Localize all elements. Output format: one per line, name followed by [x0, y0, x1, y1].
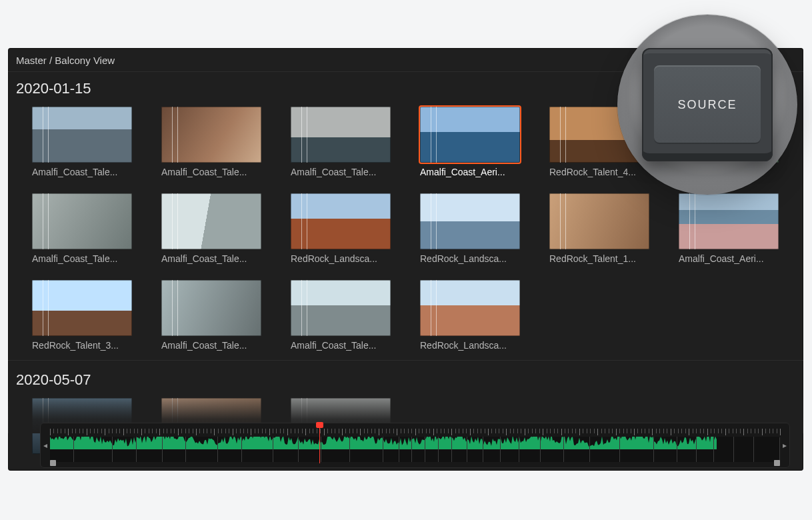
clip-label: Amalfi_Coast_Aeri... — [420, 167, 520, 177]
clip-label: Amalfi_Coast_Tale... — [291, 340, 391, 351]
clip-label: Amalfi_Coast_Tale... — [161, 340, 261, 351]
tape-scroll-right-icon[interactable]: ▸ — [781, 431, 788, 459]
clip-item[interactable]: Amalfi_Coast_Aeri... — [420, 107, 520, 177]
source-keycap-badge: SOURCE — [617, 15, 797, 195]
clip-item[interactable]: RedRock_Landsca... — [291, 193, 391, 264]
clip-thumbnail[interactable] — [291, 107, 391, 163]
section-date: 2020-05-07 — [8, 363, 803, 393]
clip-item[interactable]: Amalfi_Coast_Tale... — [291, 280, 391, 351]
clip-label: RedRock_Landsca... — [420, 340, 520, 351]
clip-label: Amalfi_Coast_Tale... — [291, 167, 391, 177]
clip-thumbnail[interactable] — [420, 107, 520, 163]
clip-thumbnail[interactable] — [291, 193, 391, 249]
clip-label: Amalfi_Coast_Aeri... — [679, 253, 779, 264]
clip-label: RedRock_Talent_3... — [32, 340, 132, 351]
clip-label: Amalfi_Coast_Tale... — [161, 167, 261, 177]
clip-item[interactable]: Amalfi_Coast_Tale... — [32, 193, 132, 264]
clip-item[interactable]: RedRock_Landsca... — [420, 280, 520, 351]
clip-item[interactable]: RedRock_Talent_1... — [549, 193, 649, 264]
source-keycap[interactable]: SOURCE — [642, 48, 773, 161]
out-point-handle[interactable] — [774, 460, 780, 466]
clip-thumbnail[interactable] — [161, 107, 261, 163]
clip-item[interactable]: Amalfi_Coast_Tale... — [291, 107, 391, 177]
clip-thumbnail[interactable] — [549, 193, 649, 249]
clip-item[interactable]: RedRock_Landsca... — [420, 193, 520, 264]
clip-item[interactable]: Amalfi_Coast_Tale... — [161, 280, 261, 351]
clip-item[interactable]: Amalfi_Coast_Aeri... — [679, 193, 779, 264]
clip-thumbnail[interactable] — [420, 280, 520, 336]
clip-thumbnail[interactable] — [32, 107, 132, 163]
clip-thumbnail[interactable] — [161, 280, 261, 336]
timeline-lane[interactable] — [50, 437, 780, 462]
clip-item[interactable]: RedRock_Talent_3... — [32, 280, 132, 351]
playhead[interactable] — [319, 423, 320, 463]
source-tape-timeline[interactable]: ◂ ▸ — [40, 423, 790, 468]
clip-item[interactable]: Amalfi_Coast_Tale... — [161, 193, 261, 264]
clip-item[interactable]: Amalfi_Coast_Tale... — [161, 107, 261, 177]
timeline-ruler[interactable] — [50, 429, 780, 435]
tape-scroll-left-icon[interactable]: ◂ — [42, 431, 49, 459]
clip-thumbnail[interactable] — [420, 193, 520, 249]
clip-label: Amalfi_Coast_Tale... — [32, 253, 132, 264]
clip-thumbnail[interactable] — [161, 193, 261, 249]
clip-label: RedRock_Landsca... — [291, 253, 391, 264]
clip-label: RedRock_Talent_4... — [549, 167, 649, 177]
clip-thumbnail[interactable] — [32, 280, 132, 336]
clip-item[interactable]: Amalfi_Coast_Tale... — [32, 107, 132, 177]
in-point-handle[interactable] — [50, 460, 56, 466]
clip-label: Amalfi_Coast_Tale... — [32, 167, 132, 177]
clip-label: RedRock_Talent_1... — [549, 253, 649, 264]
clip-label: Amalfi_Coast_Tale... — [161, 253, 261, 264]
source-keycap-label: SOURCE — [654, 65, 761, 144]
clip-thumbnail[interactable] — [32, 193, 132, 249]
clip-thumbnail[interactable] — [291, 280, 391, 336]
clip-label: RedRock_Landsca... — [420, 253, 520, 264]
clip-thumbnail[interactable] — [679, 193, 779, 249]
section-divider — [8, 360, 803, 361]
